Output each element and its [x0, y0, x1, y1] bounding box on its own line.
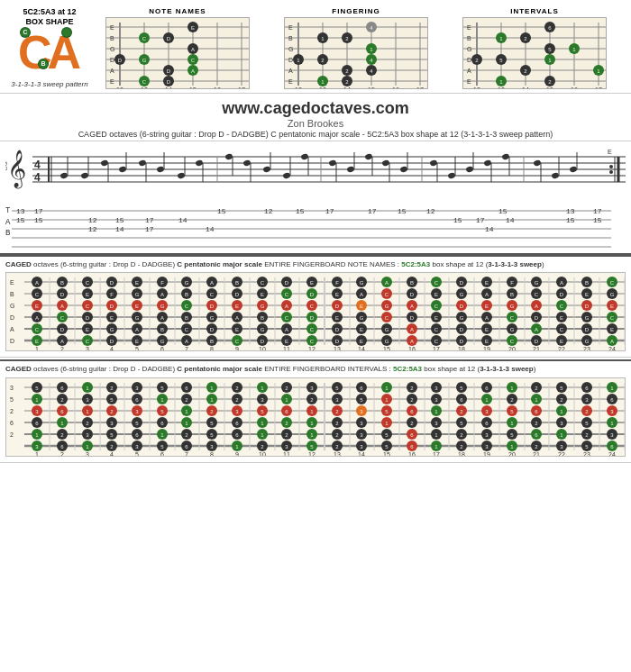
svg-text:20: 20 [508, 346, 516, 351]
svg-text:22: 22 [558, 346, 565, 351]
svg-text:3: 3 [10, 385, 14, 391]
svg-text:E: E [610, 304, 614, 309]
svg-text:14: 14 [485, 225, 494, 233]
scale-intervals: C pentatonic major scale ENTIRE FINGERBO… [177, 365, 393, 373]
svg-text:B: B [235, 280, 239, 286]
svg-text:C: C [560, 327, 564, 332]
diagram-note-names: NOTE NAMES E B G D [90, 7, 265, 89]
svg-text:L/G: L/G [5, 161, 8, 170]
svg-text:A: A [288, 68, 293, 74]
svg-text:C: C [610, 280, 615, 286]
svg-text:6: 6 [160, 451, 164, 457]
tab-label: TAB [5, 205, 10, 240]
svg-text:E: E [10, 279, 14, 286]
svg-text:19: 19 [483, 451, 490, 457]
svg-text:E: E [360, 304, 363, 309]
svg-text:17: 17 [34, 207, 43, 215]
svg-text:D: D [335, 339, 340, 344]
svg-text:E: E [485, 304, 489, 309]
svg-text:12: 12 [264, 207, 273, 215]
website-url: www.cagedoctaves.com [0, 99, 631, 118]
svg-text:E: E [610, 327, 614, 332]
svg-text:17: 17 [476, 216, 485, 224]
svg-text:D: D [10, 314, 14, 321]
svg-text:D: D [560, 292, 564, 297]
svg-point-154 [100, 159, 108, 167]
svg-text:12: 12 [295, 86, 302, 89]
svg-point-175 [300, 153, 308, 160]
svg-text:C: C [385, 292, 389, 297]
diagram-note-names-svg: E B G D A E E C D A D G C [105, 17, 250, 89]
svg-text:E: E [86, 292, 89, 297]
svg-text:D: D [288, 57, 293, 63]
svg-text:D: D [60, 327, 65, 332]
svg-text:D: D [167, 68, 171, 74]
diagram-note-names-title: NOTE NAMES [149, 7, 206, 15]
svg-text:2: 2 [10, 408, 14, 414]
svg-text:D: D [460, 339, 464, 344]
svg-text:F: F [510, 280, 514, 286]
svg-text:16: 16 [408, 451, 416, 457]
svg-text:23: 23 [583, 451, 590, 457]
svg-text:17: 17 [433, 346, 440, 351]
svg-text:C: C [185, 304, 189, 309]
top-section: 5C2:5A3 at 12 BOX SHAPE C A C B 3-1-3-1-… [0, 0, 631, 94]
svg-text:13: 13 [498, 86, 505, 89]
svg-text:A: A [410, 304, 414, 309]
svg-text:C: C [560, 304, 564, 309]
svg-text:G: G [460, 292, 464, 297]
svg-text:C: C [35, 327, 40, 332]
svg-text:15: 15 [453, 216, 462, 224]
svg-text:C: C [434, 327, 439, 332]
svg-text:E: E [235, 304, 239, 309]
svg-text:G: G [510, 327, 515, 332]
svg-text:17: 17 [145, 225, 154, 233]
fingerboard-note-names-section: CAGED octaves (6-string guitar : Drop D … [0, 255, 631, 358]
box-shape-label: 5C2:5A3 at 12 BOX SHAPE [23, 7, 76, 27]
svg-text:G: G [385, 304, 389, 309]
description-line: CAGED octaves (6-string guitar : Drop D … [0, 130, 631, 139]
svg-text:G: G [610, 292, 615, 297]
box-shape-note-names: 5C2:5A3 [401, 260, 430, 268]
svg-text:5: 5 [135, 346, 139, 351]
svg-text:A: A [35, 315, 39, 321]
svg-text:13: 13 [334, 346, 341, 351]
svg-text:C: C [191, 58, 196, 63]
svg-text:C: C [185, 327, 189, 332]
svg-text:E: E [191, 25, 195, 31]
svg-text:A: A [210, 280, 214, 286]
svg-text:D: D [460, 327, 464, 332]
svg-text:C: C [610, 315, 615, 321]
svg-text:A: A [610, 339, 614, 344]
svg-text:3: 3 [86, 346, 89, 351]
svg-text:C: C [261, 280, 265, 286]
svg-text:10: 10 [259, 451, 266, 457]
svg-text:G: G [110, 46, 114, 52]
svg-text:E: E [288, 78, 293, 85]
svg-text:2: 2 [60, 346, 64, 351]
svg-text:14: 14 [178, 216, 187, 224]
svg-text:A: A [160, 315, 164, 321]
svg-text:A: A [535, 304, 538, 309]
svg-text:G: G [160, 339, 165, 344]
svg-point-208 [609, 165, 613, 168]
svg-text:A: A [360, 292, 363, 297]
svg-text:A: A [135, 327, 139, 332]
svg-text:E: E [560, 315, 563, 321]
svg-text:C: C [310, 327, 315, 332]
svg-text:E: E [360, 339, 363, 344]
svg-text:A: A [385, 280, 389, 286]
svg-text:G: G [385, 339, 389, 344]
svg-text:5: 5 [10, 396, 14, 403]
svg-point-182 [364, 153, 372, 160]
svg-text:D: D [10, 338, 14, 344]
svg-text:17: 17 [593, 207, 602, 215]
svg-text:15: 15 [368, 86, 375, 89]
svg-text:E: E [135, 280, 139, 286]
svg-text:B: B [60, 280, 64, 286]
svg-text:E: E [86, 327, 89, 332]
svg-text:D: D [86, 315, 90, 321]
svg-text:A: A [285, 304, 288, 309]
svg-text:15: 15 [217, 207, 226, 215]
svg-text:14: 14 [358, 346, 365, 351]
